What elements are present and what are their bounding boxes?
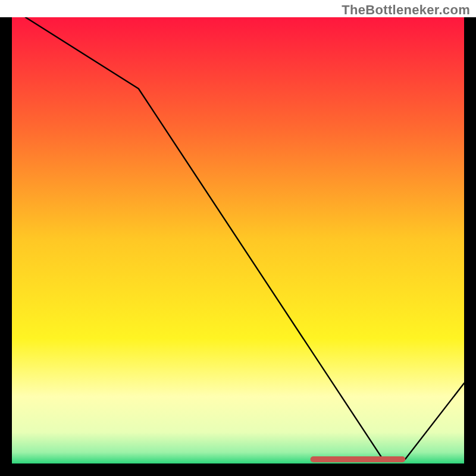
optimal-band <box>311 456 406 462</box>
chart-frame: { "watermark": "TheBottleneker.com", "ch… <box>0 0 476 476</box>
chart-svg <box>0 0 476 476</box>
